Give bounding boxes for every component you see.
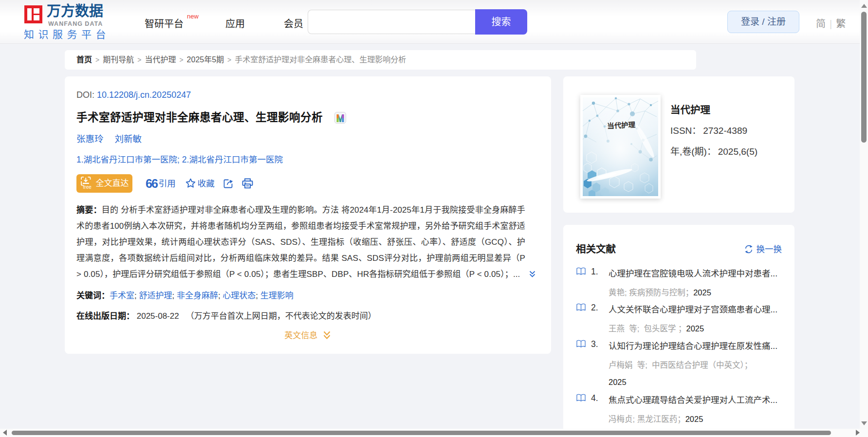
- svg-text:当代护理: 当代护理: [607, 120, 636, 130]
- svg-text:free: free: [83, 184, 92, 190]
